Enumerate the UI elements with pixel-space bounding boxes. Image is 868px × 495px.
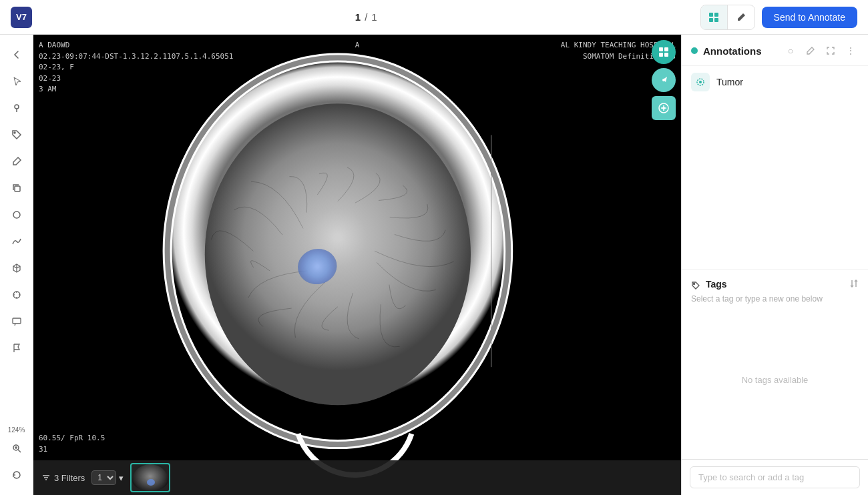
- svg-point-22: [662, 79, 665, 81]
- tags-header: Tags: [691, 279, 859, 290]
- tool-btn-3[interactable]: [652, 96, 676, 120]
- svg-rect-1: [714, 13, 718, 17]
- dicom-date-sex: 02-23, F: [39, 62, 233, 73]
- annotation-dot: [691, 47, 698, 54]
- header-left: V7: [11, 7, 32, 28]
- logo: V7: [11, 7, 32, 28]
- svg-point-29: [699, 81, 702, 83]
- expand-icon-btn[interactable]: [823, 43, 839, 59]
- reset-button[interactable]: [5, 463, 29, 487]
- header-center: 1 / 1: [355, 11, 377, 23]
- dicom-uid: 02.23-09:07:44-DST-1.3.12.2.1107.5.1.4.6…: [39, 51, 233, 63]
- filter-button[interactable]: 3 Filters: [41, 473, 85, 483]
- annotations-header: Annotations ○ ⋮: [682, 35, 868, 66]
- dicom-bottom-left: 60.55/ FpR 10.5 31: [39, 433, 105, 455]
- circle-tool-btn[interactable]: ○: [783, 43, 799, 59]
- thumbnail-bar: 3 Filters 1 ▾: [33, 460, 681, 495]
- svg-point-4: [15, 105, 19, 109]
- dicom-time: 3 AM: [39, 84, 233, 95]
- main-area: 124%: [0, 35, 868, 495]
- thumbnail-brain: [132, 464, 168, 491]
- back-button[interactable]: [5, 43, 29, 67]
- path-button[interactable]: [5, 229, 29, 254]
- dicom-orientation: A: [355, 40, 360, 51]
- tag-search-input[interactable]: [690, 466, 860, 488]
- svg-point-5: [14, 132, 15, 133]
- dicom-date2: 02-23: [39, 73, 233, 85]
- dicom-top-center: A: [355, 40, 360, 51]
- dicom-patient-name: A DAOWD: [39, 40, 233, 51]
- header-right: Send to Annotate: [700, 5, 857, 30]
- page-indicator: 1 ▾: [91, 470, 124, 485]
- viewer-area[interactable]: A DAOWD 02.23-09:07:44-DST-1.3.12.2.1107…: [33, 35, 681, 495]
- grid-view-btn[interactable]: [701, 5, 728, 29]
- edit-icon-btn[interactable]: [803, 43, 819, 59]
- svg-point-7: [13, 211, 20, 218]
- tool-btn-1[interactable]: [652, 40, 676, 64]
- right-panel: Annotations ○ ⋮ Tumor: [681, 35, 868, 495]
- more-options-btn[interactable]: ⋮: [843, 43, 859, 59]
- panel-spacer: [682, 98, 868, 269]
- page-separator: /: [365, 11, 367, 23]
- view-toggle-group: [700, 5, 755, 30]
- tags-hint: Select a tag or type a new one below: [691, 294, 859, 304]
- cube-button[interactable]: [5, 256, 29, 280]
- page-current: 1: [355, 11, 361, 23]
- cursor-button[interactable]: [5, 69, 29, 93]
- svg-rect-20: [659, 53, 663, 57]
- page-select[interactable]: 1: [91, 470, 116, 485]
- svg-point-30: [694, 283, 695, 284]
- no-tags-message: No tags available: [691, 310, 859, 450]
- annotations-title: Annotations: [703, 45, 777, 57]
- tag-search-container: [682, 459, 868, 495]
- zoom-level: 124%: [8, 426, 25, 434]
- tag-button[interactable]: [5, 123, 29, 147]
- svg-rect-19: [664, 47, 668, 51]
- svg-rect-6: [15, 186, 20, 191]
- svg-line-15: [18, 450, 21, 452]
- compass-button[interactable]: [5, 283, 29, 307]
- annotations-header-icons: ○ ⋮: [783, 43, 859, 59]
- zoom-button[interactable]: [5, 436, 29, 460]
- comment-button[interactable]: [5, 310, 29, 334]
- sidebar-left: 124%: [0, 35, 33, 495]
- annotation-tumor-label: Tumor: [716, 77, 743, 87]
- send-to-annotate-button[interactable]: Send to Annotate: [762, 7, 857, 28]
- tags-title: Tags: [691, 279, 727, 290]
- circle-button[interactable]: [5, 203, 29, 227]
- ct-canvas: [33, 35, 681, 495]
- dicom-wl: 60.55/ FpR 10.5: [39, 433, 105, 444]
- svg-rect-0: [709, 13, 713, 17]
- tool-btn-2[interactable]: [652, 68, 676, 92]
- filter-label: 3 Filters: [54, 473, 85, 483]
- thumbnail-tumor: [147, 479, 155, 486]
- tags-section: Tags Select a tag or type a new one belo…: [682, 269, 868, 459]
- copy-button[interactable]: [5, 176, 29, 200]
- page-chevron: ▾: [119, 473, 124, 483]
- svg-rect-21: [664, 53, 668, 57]
- pin-button[interactable]: [5, 96, 29, 120]
- page-total: 1: [371, 11, 377, 23]
- svg-rect-13: [13, 318, 21, 324]
- svg-rect-2: [709, 18, 713, 22]
- dicom-slice: 31: [39, 444, 105, 456]
- brush-button[interactable]: [5, 149, 29, 173]
- tags-sort-button[interactable]: [849, 279, 859, 290]
- dicom-top-left: A DAOWD 02.23-09:07:44-DST-1.3.12.2.1107…: [39, 40, 233, 95]
- svg-rect-3: [714, 18, 718, 22]
- flag-button[interactable]: [5, 336, 29, 360]
- tool-overlay: [652, 40, 676, 120]
- tumor-annotation-icon: [691, 73, 710, 91]
- annotation-tumor-item[interactable]: Tumor: [682, 66, 868, 98]
- edit-view-btn[interactable]: [728, 5, 754, 29]
- svg-point-24: [662, 107, 665, 109]
- thumbnail-item[interactable]: [130, 463, 170, 492]
- header: V7 1 / 1 Send to Annotate: [0, 0, 868, 35]
- svg-rect-18: [659, 47, 663, 51]
